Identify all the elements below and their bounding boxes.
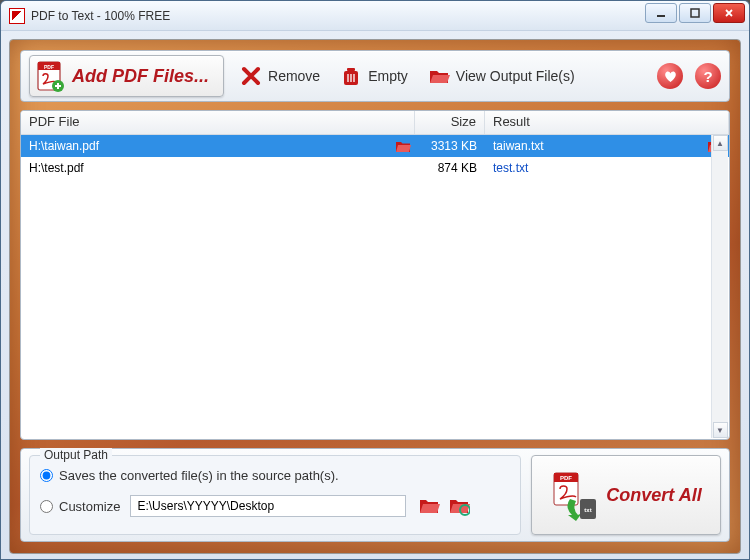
empty-button[interactable]: Empty: [336, 61, 412, 91]
file-row[interactable]: H:\taiwan.pdf 3313 KB taiwan.txt: [21, 135, 729, 157]
browse-folder-icon[interactable]: [418, 496, 440, 516]
file-result: taiwan.txt: [493, 139, 544, 153]
column-header-file[interactable]: PDF File: [21, 111, 415, 134]
save-in-source-option[interactable]: Saves the converted file(s) in the sourc…: [40, 468, 510, 483]
svg-text:PDF: PDF: [44, 64, 54, 70]
custom-path-input[interactable]: [130, 495, 406, 517]
app-window: PDF to Text - 100% FREE PDF: [0, 0, 750, 560]
remove-label: Remove: [268, 68, 320, 84]
folder-open-icon: [428, 65, 450, 87]
close-icon: [723, 7, 735, 19]
remove-button[interactable]: Remove: [236, 61, 324, 91]
folder-icon[interactable]: [395, 139, 411, 153]
toolbar: PDF Add PDF Files... Remove: [20, 50, 730, 102]
titlebar[interactable]: PDF to Text - 100% FREE: [1, 1, 749, 31]
vertical-scrollbar[interactable]: ▲ ▼: [711, 135, 728, 438]
pdf-document-icon: PDF: [36, 60, 66, 92]
column-header-result[interactable]: Result: [485, 111, 729, 134]
add-pdf-files-label: Add PDF Files...: [72, 66, 209, 87]
file-path: H:\taiwan.pdf: [29, 139, 99, 153]
svg-rect-1: [691, 9, 699, 17]
customize-radio[interactable]: [40, 500, 53, 513]
convert-all-label: Convert All: [606, 485, 701, 506]
file-size: 874 KB: [415, 161, 485, 175]
maximize-button[interactable]: [679, 3, 711, 23]
file-result: test.txt: [493, 161, 528, 175]
view-output-button[interactable]: View Output File(s): [424, 61, 579, 91]
svg-rect-7: [347, 68, 355, 71]
bottom-pane: Output Path Saves the converted file(s) …: [20, 448, 730, 542]
file-list-header: PDF File Size Result: [21, 111, 729, 135]
window-controls: [645, 3, 745, 23]
remove-x-icon: [240, 65, 262, 87]
scroll-up-arrow-icon[interactable]: ▲: [713, 135, 728, 151]
window-title: PDF to Text - 100% FREE: [31, 9, 170, 23]
view-output-label: View Output File(s): [456, 68, 575, 84]
scroll-down-arrow-icon[interactable]: ▼: [713, 422, 728, 438]
svg-text:txt: txt: [585, 507, 592, 513]
empty-label: Empty: [368, 68, 408, 84]
file-path: H:\test.pdf: [29, 161, 84, 175]
help-button[interactable]: ?: [695, 63, 721, 89]
save-in-source-label: Saves the converted file(s) in the sourc…: [59, 468, 339, 483]
file-size: 3313 KB: [415, 139, 485, 153]
save-in-source-radio[interactable]: [40, 469, 53, 482]
output-path-legend: Output Path: [40, 448, 112, 462]
convert-icon: PDF txt: [550, 469, 598, 521]
minimize-button[interactable]: [645, 3, 677, 23]
add-pdf-files-button[interactable]: PDF Add PDF Files...: [29, 55, 224, 97]
favorite-button[interactable]: [657, 63, 683, 89]
heart-icon: [663, 69, 678, 84]
column-header-size[interactable]: Size: [415, 111, 485, 134]
customize-label: Customize: [59, 499, 120, 514]
empty-trash-icon: [340, 65, 362, 87]
close-button[interactable]: [713, 3, 745, 23]
svg-text:PDF: PDF: [560, 475, 572, 481]
maximize-icon: [689, 7, 701, 19]
convert-all-button[interactable]: PDF txt Convert All: [531, 455, 721, 535]
content-frame: PDF Add PDF Files... Remove: [9, 39, 741, 554]
file-list-pane: PDF File Size Result H:\taiwan.pdf 3313 …: [20, 110, 730, 440]
question-icon: ?: [703, 68, 712, 85]
customize-option[interactable]: Customize: [40, 495, 510, 517]
minimize-icon: [655, 7, 667, 19]
svg-rect-0: [657, 15, 665, 17]
app-icon: [9, 8, 25, 24]
open-folder-icon[interactable]: [448, 496, 470, 516]
file-row[interactable]: H:\test.pdf 874 KB test.txt: [21, 157, 729, 179]
output-path-group: Output Path Saves the converted file(s) …: [29, 455, 521, 535]
